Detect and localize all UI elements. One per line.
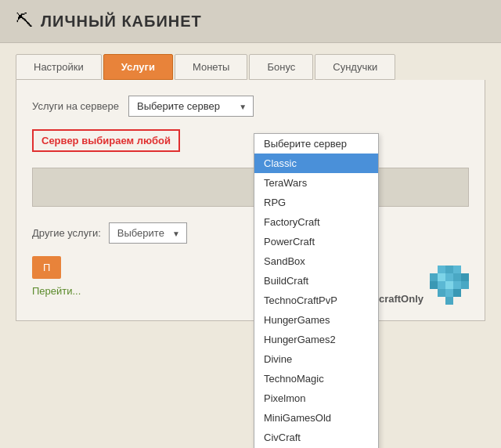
dropdown-item-3[interactable]: RPG [254,193,378,212]
dropdown-item-0[interactable]: Выберите сервер [254,134,378,154]
svg-rect-7 [461,273,469,281]
dropdown-item-12[interactable]: TechnoMagic [254,369,378,388]
other-services-row: Другие услуги: Выберите [32,222,469,244]
dropdown-item-10[interactable]: HungerGames2 [254,330,378,349]
svg-rect-14 [445,289,453,297]
submit-button[interactable]: П [32,256,61,279]
dropdown-item-14[interactable]: MiniGamesOld [254,408,378,428]
mc-diamond-icon [430,266,469,305]
dropdown-item-5[interactable]: PowerCraft [254,232,378,251]
svg-rect-9 [438,281,445,289]
other-services-select[interactable]: Выберите [109,222,187,244]
dropdown-item-2[interactable]: TeraWars [254,173,378,193]
dropdown-item-6[interactable]: SandBox [254,251,378,271]
svg-rect-12 [461,281,469,289]
server-select-button[interactable]: Выберите сервер [128,96,254,117]
svg-rect-16 [445,297,453,305]
page-wrapper: ⛏ ЛИЧНЫЙ КАБИНЕТ Настройки Услуги Монеты… [0,0,501,448]
header: ⛏ ЛИЧНЫЙ КАБИНЕТ [0,0,501,43]
services-placeholder [32,168,469,207]
svg-rect-2 [453,266,461,273]
svg-rect-15 [453,289,461,297]
svg-rect-5 [445,273,453,281]
dropdown-item-4[interactable]: FactoryCraft [254,212,378,232]
tab-settings[interactable]: Настройки [16,54,102,80]
tab-bonus[interactable]: Бонус [249,54,313,80]
dropdown-item-9[interactable]: HungerGames [254,310,378,330]
server-row: Услуги на сервере Выберите сервер Выбери… [32,96,469,117]
svg-rect-0 [438,266,445,273]
tab-coins[interactable]: Монеты [175,54,247,80]
server-select-wrapper: Выберите сервер Выберите сервер Classic … [128,96,254,117]
dropdown-item-1[interactable]: Classic [254,154,378,173]
tab-services[interactable]: Услуги [103,54,173,80]
svg-rect-6 [453,273,461,281]
svg-rect-3 [430,273,438,281]
dropdown-item-11[interactable]: Divine [254,349,378,369]
svg-rect-11 [453,281,461,289]
content-area: Услуги на сервере Выберите сервер Выбери… [16,80,485,321]
svg-rect-13 [438,289,445,297]
dropdown-item-8[interactable]: TechnoCraftPvP [254,291,378,310]
svg-rect-1 [445,266,453,273]
page-title: ЛИЧНЫЙ КАБИНЕТ [41,13,202,31]
other-services-label: Другие услуги: [32,227,101,239]
dropdown-item-13[interactable]: Pixelmon [254,388,378,408]
svg-rect-4 [438,273,445,281]
dropdown-item-15[interactable]: CivCraft [254,428,378,447]
server-dropdown[interactable]: Выберите сервер Classic TeraWars RPG Fac… [254,133,379,448]
server-note: Сервер выбираем любой [32,129,180,152]
server-label: Услуги на сервере [32,100,119,112]
tabs-bar: Настройки Услуги Монеты Бонус Сундучки [0,43,501,80]
svg-rect-10 [445,281,453,289]
tab-chests[interactable]: Сундучки [315,54,395,80]
svg-rect-8 [430,281,438,289]
dropdown-item-7[interactable]: BuildCraft [254,271,378,291]
pickaxe-icon: ⛏ [16,11,33,31]
